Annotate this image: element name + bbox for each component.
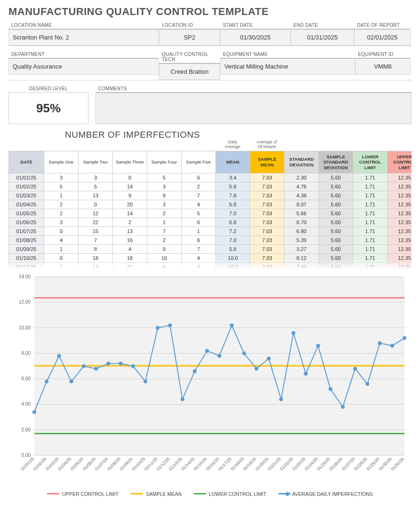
info-value[interactable]: Quality Assurance	[8, 58, 159, 75]
cell: 3	[79, 173, 113, 182]
col-s3: Sample Three	[113, 151, 147, 173]
table-row: 01/01/25330563.47.032.305.601.7112.35	[9, 173, 412, 182]
col-s1: Sample One	[44, 151, 79, 173]
info-value[interactable]: Vertical Milling Machine	[220, 58, 355, 75]
svg-point-62	[168, 323, 172, 327]
svg-point-81	[403, 336, 406, 340]
table-row: 01/10/250181810410.07.038.125.601.7112.3…	[9, 253, 412, 262]
cell: 14	[113, 209, 147, 218]
cell: 5.60	[319, 200, 353, 209]
cell: 6	[182, 235, 216, 244]
cell: 12	[79, 209, 113, 218]
cell: 15	[79, 227, 113, 235]
cell: 12.35	[388, 253, 412, 262]
cell: 3	[44, 218, 79, 227]
cell: 5.60	[319, 218, 353, 227]
info-cell: DEPARTMENTQuality Assurance	[8, 50, 159, 80]
info-value[interactable]: VMM6	[355, 58, 411, 75]
info-label: QUALITY CONTROL TECH	[159, 50, 220, 63]
info-cell: LOCATION IDSP2	[159, 21, 220, 46]
cell: 5	[44, 182, 79, 191]
cell: 3.27	[285, 244, 319, 253]
col-s5: Sample Five	[182, 151, 216, 173]
data-table: DATE Sample One Sample Two Sample Three …	[8, 151, 412, 269]
cell: 8.07	[285, 200, 319, 209]
info-cell: LOCATION NAMEScranton Plant No. 2	[8, 21, 159, 46]
info-label: START DATE	[220, 21, 291, 29]
info-value[interactable]: 02/01/2025	[354, 29, 411, 46]
control-chart: 0.002.004.006.008.0010.0012.0014.0001/01…	[8, 272, 412, 497]
info-value[interactable]: Creed Bratton	[159, 63, 220, 80]
comments-value[interactable]	[95, 92, 412, 124]
cell: 4	[182, 200, 216, 209]
cell: 12.35	[388, 227, 412, 235]
info-value[interactable]: 01/30/2025	[220, 29, 291, 46]
col-ucl: UPPER CONTROL LIMIT	[388, 151, 412, 173]
comments-label: COMMENTS	[95, 84, 412, 92]
svg-text:01/25/25: 01/25/25	[316, 456, 331, 471]
cell: 7.03	[250, 173, 285, 182]
cell: 1.71	[353, 253, 388, 262]
cell: 7.03	[250, 235, 285, 244]
cell: 14	[113, 182, 147, 191]
cell: 8	[182, 262, 216, 269]
table-row: 01/07/2501513717.27.036.805.601.7112.35	[9, 227, 412, 235]
cell: 10	[147, 253, 182, 262]
info-value[interactable]: Scranton Plant No. 2	[8, 29, 159, 46]
svg-point-52	[45, 379, 48, 383]
table-row: 01/09/25184975.87.033.275.601.7112.35	[9, 244, 412, 253]
cell: 7.03	[250, 262, 285, 269]
cell: 3.4	[216, 173, 250, 182]
svg-point-61	[156, 326, 159, 329]
cell: 1	[44, 244, 79, 253]
cell: 6.8	[216, 218, 250, 227]
cell: 1.71	[353, 262, 388, 269]
svg-text:01/21/25: 01/21/25	[267, 456, 282, 471]
cell: 5.39	[285, 235, 319, 244]
info-value[interactable]: SP2	[159, 29, 220, 46]
cell: 1.71	[353, 209, 388, 218]
cell: 2	[182, 182, 216, 191]
svg-point-72	[292, 331, 295, 335]
cell: 4	[113, 244, 147, 253]
info-value[interactable]: 01/31/2025	[291, 29, 354, 46]
cell: 13	[79, 191, 113, 200]
cell: 7.03	[250, 191, 285, 200]
svg-point-70	[267, 356, 270, 360]
cell: 4	[44, 235, 79, 244]
svg-text:01/04/25: 01/04/25	[57, 456, 72, 471]
cell: 9	[147, 244, 182, 253]
desired-level-value: 95%	[8, 92, 88, 124]
cell: 5.60	[319, 262, 353, 269]
cell: 6	[182, 218, 216, 227]
cell: 0	[113, 173, 147, 182]
svg-point-79	[378, 341, 382, 345]
cell: 8	[79, 244, 113, 253]
col-mean: MEAN	[216, 151, 250, 173]
cell: 01/02/25	[9, 182, 44, 191]
svg-point-59	[131, 364, 135, 368]
svg-point-64	[193, 369, 197, 373]
svg-text:01/02/25: 01/02/25	[32, 456, 48, 471]
cell: 1.71	[353, 218, 388, 227]
svg-text:01/18/25: 01/18/25	[230, 456, 245, 471]
svg-text:01/03/25: 01/03/25	[45, 456, 60, 471]
desired-level-block: DESIRED LEVEL 95%	[8, 84, 88, 124]
cell: 8.70	[285, 218, 319, 227]
page-title: MANUFACTURING QUALITY CONTROL TEMPLATE	[8, 6, 412, 18]
svg-text:01/16/25: 01/16/25	[205, 456, 220, 471]
info-label: DATE OF REPORT	[354, 21, 411, 29]
cell: 5.60	[319, 253, 353, 262]
data-table-wrap: DATE Sample One Sample Two Sample Three …	[8, 151, 412, 269]
svg-text:01/29/25: 01/29/25	[365, 456, 380, 471]
table-row: 01/05/2521214257.07.035.665.601.7112.35	[9, 209, 412, 218]
col-lcl: LOWER CONTROL LIMIT	[353, 151, 388, 173]
info-cell: START DATE01/30/2025	[220, 21, 291, 46]
info-label: END DATE	[291, 21, 354, 29]
svg-text:01/12/25: 01/12/25	[156, 456, 171, 471]
col-sstd: SAMPLE STANDARD DEVIATION	[319, 151, 353, 173]
svg-point-77	[353, 367, 357, 370]
cell: 5.60	[319, 227, 353, 235]
cell: 7.0	[216, 235, 250, 244]
cell: 12.35	[388, 235, 412, 244]
